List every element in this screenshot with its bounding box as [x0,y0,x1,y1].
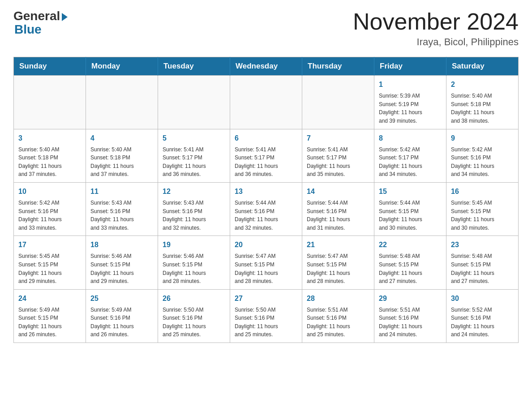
day-number: 30 [451,293,514,304]
table-row: 10Sunrise: 5:42 AMSunset: 5:16 PMDayligh… [14,182,86,235]
day-info: Sunrise: 5:42 AMSunset: 5:17 PMDaylight:… [379,146,442,179]
day-info: Sunrise: 5:50 AMSunset: 5:16 PMDaylight:… [235,306,297,339]
table-row: 21Sunrise: 5:47 AMSunset: 5:15 PMDayligh… [302,236,374,289]
table-row: 8Sunrise: 5:42 AMSunset: 5:17 PMDaylight… [374,129,446,182]
day-number: 18 [90,240,153,250]
header-wednesday: Wednesday [230,57,302,76]
day-number: 14 [307,186,369,197]
calendar-table: Sunday Monday Tuesday Wednesday Thursday… [13,57,519,343]
day-info: Sunrise: 5:50 AMSunset: 5:16 PMDaylight:… [163,306,225,339]
table-row: 22Sunrise: 5:48 AMSunset: 5:15 PMDayligh… [374,236,446,289]
day-number: 13 [235,186,297,197]
weekday-header-row: Sunday Monday Tuesday Wednesday Thursday… [14,57,519,76]
table-row: 1Sunrise: 5:39 AMSunset: 5:19 PMDaylight… [374,76,446,129]
day-number: 10 [18,186,81,197]
table-row: 23Sunrise: 5:48 AMSunset: 5:15 PMDayligh… [446,236,519,289]
table-row: 28Sunrise: 5:51 AMSunset: 5:16 PMDayligh… [302,289,374,342]
day-number: 24 [18,293,81,304]
day-info: Sunrise: 5:42 AMSunset: 5:16 PMDaylight:… [18,199,81,232]
day-number: 3 [18,133,81,144]
week-row-4: 17Sunrise: 5:45 AMSunset: 5:15 PMDayligh… [14,236,519,289]
table-row: 18Sunrise: 5:46 AMSunset: 5:15 PMDayligh… [86,236,158,289]
day-number: 7 [307,133,369,144]
day-info: Sunrise: 5:44 AMSunset: 5:15 PMDaylight:… [379,199,442,232]
table-row: 3Sunrise: 5:40 AMSunset: 5:18 PMDaylight… [14,129,86,182]
day-number: 6 [235,133,297,144]
day-info: Sunrise: 5:47 AMSunset: 5:15 PMDaylight:… [307,252,369,285]
week-row-3: 10Sunrise: 5:42 AMSunset: 5:16 PMDayligh… [14,182,519,235]
table-row: 5Sunrise: 5:41 AMSunset: 5:17 PMDaylight… [158,129,230,182]
table-row: 7Sunrise: 5:41 AMSunset: 5:17 PMDaylight… [302,129,374,182]
day-info: Sunrise: 5:39 AMSunset: 5:19 PMDaylight:… [379,92,442,125]
day-number: 19 [163,240,225,250]
table-row: 11Sunrise: 5:43 AMSunset: 5:16 PMDayligh… [86,182,158,235]
table-row: 16Sunrise: 5:45 AMSunset: 5:15 PMDayligh… [446,182,519,235]
table-row: 19Sunrise: 5:46 AMSunset: 5:15 PMDayligh… [158,236,230,289]
week-row-1: 1Sunrise: 5:39 AMSunset: 5:19 PMDaylight… [14,76,519,129]
logo: General Blue [13,9,68,37]
table-row: 6Sunrise: 5:41 AMSunset: 5:17 PMDaylight… [230,129,302,182]
table-row: 29Sunrise: 5:51 AMSunset: 5:16 PMDayligh… [374,289,446,342]
day-info: Sunrise: 5:49 AMSunset: 5:16 PMDaylight:… [90,306,153,339]
day-info: Sunrise: 5:40 AMSunset: 5:18 PMDaylight:… [18,146,81,179]
day-info: Sunrise: 5:45 AMSunset: 5:15 PMDaylight:… [18,252,81,285]
table-row [302,76,374,129]
day-number: 22 [379,240,442,250]
header-sunday: Sunday [14,57,86,76]
day-number: 20 [235,240,297,250]
day-number: 2 [451,79,514,90]
day-number: 27 [235,293,297,304]
table-row: 4Sunrise: 5:40 AMSunset: 5:18 PMDaylight… [86,129,158,182]
day-info: Sunrise: 5:43 AMSunset: 5:16 PMDaylight:… [163,199,225,232]
table-row: 14Sunrise: 5:44 AMSunset: 5:16 PMDayligh… [302,182,374,235]
day-number: 11 [90,186,153,197]
day-info: Sunrise: 5:44 AMSunset: 5:16 PMDaylight:… [235,199,297,232]
table-row: 24Sunrise: 5:49 AMSunset: 5:15 PMDayligh… [14,289,86,342]
day-info: Sunrise: 5:51 AMSunset: 5:16 PMDaylight:… [379,306,442,339]
header-thursday: Thursday [302,57,374,76]
table-row: 13Sunrise: 5:44 AMSunset: 5:16 PMDayligh… [230,182,302,235]
table-row: 17Sunrise: 5:45 AMSunset: 5:15 PMDayligh… [14,236,86,289]
table-row: 15Sunrise: 5:44 AMSunset: 5:15 PMDayligh… [374,182,446,235]
day-info: Sunrise: 5:52 AMSunset: 5:16 PMDaylight:… [451,306,514,339]
table-row: 26Sunrise: 5:50 AMSunset: 5:16 PMDayligh… [158,289,230,342]
day-info: Sunrise: 5:47 AMSunset: 5:15 PMDaylight:… [235,252,297,285]
day-info: Sunrise: 5:43 AMSunset: 5:16 PMDaylight:… [90,199,153,232]
table-row: 20Sunrise: 5:47 AMSunset: 5:15 PMDayligh… [230,236,302,289]
day-number: 25 [90,293,153,304]
logo-row1: General [13,9,68,23]
table-row [14,76,86,129]
day-number: 5 [163,133,225,144]
day-info: Sunrise: 5:48 AMSunset: 5:15 PMDaylight:… [451,252,514,285]
week-row-5: 24Sunrise: 5:49 AMSunset: 5:15 PMDayligh… [14,289,519,342]
day-number: 28 [307,293,369,304]
day-number: 12 [163,186,225,197]
day-info: Sunrise: 5:41 AMSunset: 5:17 PMDaylight:… [235,146,297,179]
day-number: 17 [18,240,81,250]
table-row: 27Sunrise: 5:50 AMSunset: 5:16 PMDayligh… [230,289,302,342]
day-info: Sunrise: 5:45 AMSunset: 5:15 PMDaylight:… [451,199,514,232]
week-row-2: 3Sunrise: 5:40 AMSunset: 5:18 PMDaylight… [14,129,519,182]
day-info: Sunrise: 5:41 AMSunset: 5:17 PMDaylight:… [307,146,369,179]
table-row [86,76,158,129]
table-row [158,76,230,129]
page-header: General Blue November 2024 Iraya, Bicol,… [13,9,519,48]
table-row [230,76,302,129]
day-info: Sunrise: 5:46 AMSunset: 5:15 PMDaylight:… [163,252,225,285]
day-info: Sunrise: 5:46 AMSunset: 5:15 PMDaylight:… [90,252,153,285]
day-number: 23 [451,240,514,250]
location-subtitle: Iraya, Bicol, Philippines [353,36,519,48]
table-row: 30Sunrise: 5:52 AMSunset: 5:16 PMDayligh… [446,289,519,342]
logo-triangle-icon [62,13,68,21]
logo-general-text: General [13,9,60,23]
day-number: 15 [379,186,442,197]
day-info: Sunrise: 5:41 AMSunset: 5:17 PMDaylight:… [163,146,225,179]
table-row: 2Sunrise: 5:40 AMSunset: 5:18 PMDaylight… [446,76,519,129]
table-row: 9Sunrise: 5:42 AMSunset: 5:16 PMDaylight… [446,129,519,182]
day-info: Sunrise: 5:48 AMSunset: 5:15 PMDaylight:… [379,252,442,285]
day-number: 1 [379,79,442,90]
title-section: November 2024 Iraya, Bicol, Philippines [353,9,519,48]
logo-blue-text: Blue [13,22,42,37]
day-number: 29 [379,293,442,304]
day-number: 16 [451,186,514,197]
